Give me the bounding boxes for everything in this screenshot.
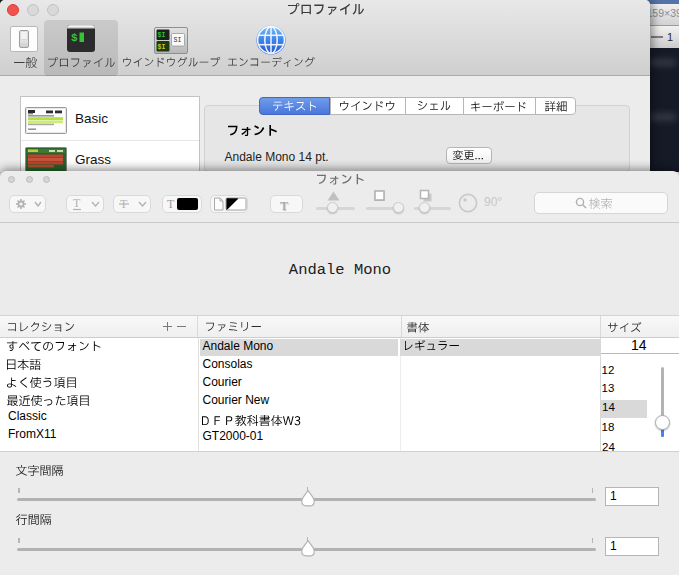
svg-text:SI: SI bbox=[174, 37, 182, 44]
svg-text:T: T bbox=[167, 197, 175, 211]
svg-text:T: T bbox=[73, 197, 81, 210]
svg-text:$: $ bbox=[71, 32, 78, 44]
svg-text:$I: $I bbox=[158, 32, 166, 39]
svg-text:$I: $I bbox=[158, 44, 166, 51]
